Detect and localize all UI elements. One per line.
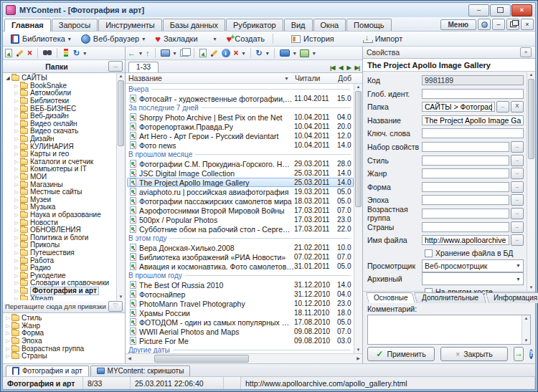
field-input[interactable] (422, 89, 524, 99)
rubricator-icon[interactable] (62, 49, 70, 57)
field-input[interactable] (422, 222, 509, 232)
new-folder-icon[interactable] (5, 49, 12, 57)
open-in-viewer-icon[interactable] (161, 49, 170, 57)
field-input[interactable] (422, 156, 509, 166)
chevron-down-icon[interactable]: ▾ (174, 50, 176, 57)
info-icon[interactable]: i (222, 49, 230, 57)
list-item[interactable]: The Best Of Russia 201031.12.201014.0 (127, 280, 354, 290)
expand-icon[interactable]: ▷ (14, 212, 19, 218)
expand-icon[interactable]: ▷ (5, 323, 11, 329)
list-item[interactable]: Art Hero - Арт Герои - Русский deviantar… (127, 131, 354, 140)
list-item[interactable]: ФОТОДОМ - один из самых популярных фотос… (127, 317, 354, 327)
browse-button[interactable]: .. (511, 168, 524, 179)
expand-icon[interactable]: ▷ (14, 258, 19, 264)
comment-scrollbar[interactable]: ▲ ▼ (522, 315, 530, 344)
new-item-icon[interactable] (199, 49, 207, 57)
expand-icon[interactable]: ▷ (14, 220, 19, 226)
tab-Помощь[interactable]: Помощь (346, 19, 392, 31)
props-tab-Информация[interactable]: Информация (486, 292, 538, 303)
nav-next-button[interactable]: ▶ (346, 64, 350, 71)
expand-icon[interactable]: ▷ (5, 315, 11, 321)
close-item-button[interactable]: × Закрыть (440, 347, 508, 361)
chevron-down-icon[interactable]: ▾ (139, 50, 142, 57)
field-input[interactable] (422, 75, 524, 85)
props-tab-Основные[interactable]: Основные (366, 292, 415, 303)
expand-icon[interactable]: ▷ (14, 106, 19, 112)
field-input[interactable] (422, 115, 524, 125)
apply-button[interactable]: ✓ Применить (367, 347, 435, 361)
list-item[interactable]: WWII Aerial Photos and Maps09.08.201007.… (127, 327, 354, 336)
expand-icon[interactable]: ▷ (14, 98, 19, 104)
refresh-list-icon[interactable]: ↻ (256, 49, 263, 57)
help-button[interactable]: ? (529, 349, 533, 359)
menu-button[interactable]: Меню (440, 19, 476, 30)
tab-Инструменты[interactable]: Инструменты (98, 19, 162, 31)
list-hscrollbar[interactable]: ◀ ▶ (126, 353, 362, 363)
maximize-button[interactable] (490, 4, 511, 16)
list-item[interactable]: Вера Донская-Хилько.200821.02.201110.0 (127, 243, 354, 252)
history-button[interactable]: История (288, 34, 338, 44)
create-button[interactable]: ♥ Создать (223, 34, 269, 44)
library-button[interactable]: Библиотека ▾ (7, 34, 75, 44)
chevron-down-icon[interactable]: ▾ (68, 36, 71, 42)
expand-icon[interactable]: ▷ (5, 353, 11, 359)
expand-icon[interactable]: ▷ (14, 189, 19, 195)
close-button[interactable]: × (511, 4, 532, 16)
browse-button[interactable]: .. (511, 221, 524, 233)
tab-Рубрикатор[interactable]: Рубрикатор (226, 19, 283, 31)
list-item[interactable]: Фоторепортажи.Правда.Ру10.04.201120.0 (127, 122, 354, 131)
expand-icon[interactable]: ▷ (14, 227, 19, 233)
tab-Вид[interactable]: Вид (284, 19, 313, 31)
field-input[interactable] (422, 142, 509, 152)
list-item[interactable]: PhotoMann Travel Photography10.12.201023… (127, 299, 354, 308)
tree-item[interactable]: ▷Xtream (3, 295, 125, 300)
list-item[interactable]: Авиация и космонавтика. Фото самолетов и… (127, 262, 354, 271)
browse-button[interactable]: .. (496, 101, 509, 113)
expand-icon[interactable]: ▷ (14, 151, 19, 157)
storage-checkbox[interactable] (425, 249, 433, 257)
refresh-icon[interactable]: ↻ (73, 49, 80, 57)
web-browser-button[interactable]: Веб-браузер ▾ (77, 34, 148, 44)
back-icon[interactable]: ← (128, 49, 136, 57)
browse-button[interactable]: .. (511, 234, 524, 246)
view-mode-icon[interactable] (280, 49, 290, 57)
collapse-icon[interactable]: ◢ (5, 75, 11, 81)
list-item[interactable]: aviaphoto.ru | российская авиафотография… (127, 187, 354, 196)
field-input[interactable] (422, 195, 509, 205)
expand-icon[interactable]: ▷ (14, 296, 19, 300)
field-input[interactable] (422, 168, 509, 178)
browse-button[interactable]: .. (511, 194, 524, 206)
field-input[interactable] (422, 235, 509, 245)
expand-icon[interactable]: ▷ (14, 235, 19, 241)
up-icon[interactable]: ↑ (146, 49, 150, 57)
expand-icon[interactable]: ▷ (14, 166, 19, 172)
browse-button[interactable]: .. (511, 155, 524, 166)
list-scrollbar[interactable]: ▲ ▼ (354, 84, 362, 353)
expand-icon[interactable]: ▷ (14, 204, 19, 210)
edit-item-icon[interactable] (210, 49, 217, 57)
list-item[interactable]: Фотосайт - художественные фотографии, кр… (127, 94, 354, 103)
expand-icon[interactable]: ▷ (14, 159, 19, 165)
expand-icon[interactable]: ▷ (14, 182, 19, 188)
field-input[interactable] (422, 128, 524, 138)
expand-icon[interactable]: ▷ (14, 250, 19, 256)
list-item[interactable]: The Project Apollo Image Gallery25.03.20… (127, 178, 354, 187)
list-item[interactable]: Фотоснайпер31.12.201004.0 (127, 290, 354, 299)
window-tab-screenshots[interactable]: MYContent: скриншоты (90, 365, 191, 376)
expand-icon[interactable]: ▷ (5, 330, 11, 336)
form-scrollbar[interactable]: ▲ ▼ (527, 72, 535, 291)
mdi-close-button[interactable]: × (521, 19, 534, 30)
clear-button[interactable]: X (511, 101, 524, 113)
heart-outline-icon[interactable]: ♡ (108, 301, 123, 312)
tab-Главная[interactable]: Главная (4, 19, 51, 32)
expand-icon[interactable]: ▷ (5, 346, 11, 352)
list-item[interactable]: Библиотека изображений «РИА Новости»07.0… (127, 252, 354, 262)
tree-item[interactable]: ▷Стиль (3, 315, 125, 322)
expand-icon[interactable]: ▷ (14, 265, 19, 271)
expand-icon[interactable]: ▷ (14, 113, 19, 119)
props-tab-Дополнительные[interactable]: Дополнительные (415, 292, 487, 303)
close-properties-button[interactable]: × (520, 47, 532, 57)
expand-icon[interactable]: ▷ (14, 83, 19, 89)
tab-Окна[interactable]: Окна (313, 19, 346, 31)
tree-item[interactable]: ▷Эпоха (3, 338, 125, 345)
